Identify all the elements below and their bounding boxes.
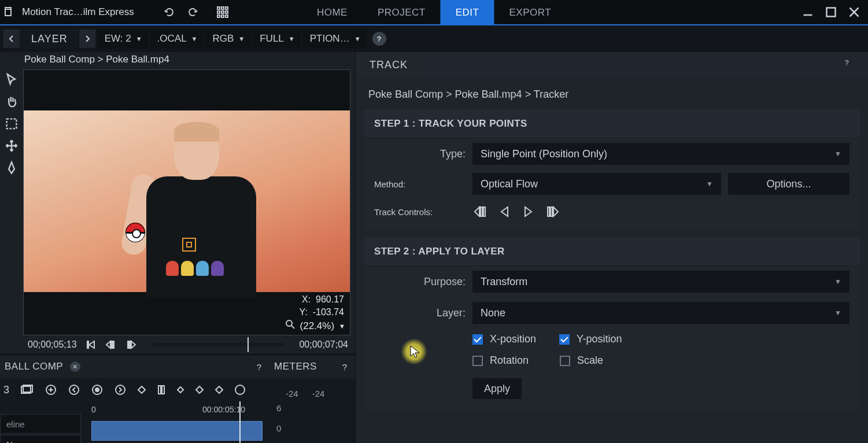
- layer-button[interactable]: LAYER: [21, 29, 78, 49]
- shirt-graphic: [166, 261, 224, 276]
- options-dropdown-label: PTION…: [310, 33, 350, 45]
- checkbox-y-position[interactable]: Y-position: [559, 333, 622, 345]
- help-icon[interactable]: ?: [372, 32, 386, 46]
- redo-icon[interactable]: [186, 6, 199, 19]
- options-dropdown[interactable]: PTION…▼: [303, 29, 367, 49]
- type-value: Single Point (Position Only): [481, 148, 607, 160]
- svg-rect-9: [226, 15, 228, 17]
- timeline-search[interactable]: eline: [0, 414, 81, 434]
- track-point-marker[interactable]: [182, 238, 196, 252]
- key-small-icon[interactable]: [177, 386, 184, 393]
- key-prev-icon[interactable]: [138, 386, 146, 394]
- svg-point-23: [95, 388, 99, 392]
- type-dropdown[interactable]: Single Point (Position Only)▼: [472, 143, 849, 165]
- comp-timeline[interactable]: 0 00:00:05:10 eline None▼: [0, 401, 266, 443]
- svg-rect-31: [551, 207, 552, 216]
- step-forward-icon[interactable]: [127, 339, 138, 350]
- svg-rect-7: [217, 15, 220, 17]
- hand-tool-icon[interactable]: [5, 95, 19, 109]
- local-dropdown[interactable]: .OCAL▼: [150, 29, 204, 49]
- track-tab[interactable]: TRACK: [356, 52, 422, 78]
- viewer-tools: [0, 69, 23, 335]
- tab-home[interactable]: HOME: [302, 0, 363, 25]
- rgb-dropdown[interactable]: RGB▼: [206, 29, 251, 49]
- rgb-dropdown-label: RGB: [213, 33, 234, 45]
- pen-tool-icon[interactable]: [5, 161, 19, 175]
- new-comp-icon[interactable]: [21, 385, 34, 395]
- timecode-current[interactable]: 00;00;05;13: [28, 339, 77, 350]
- chevron-down-icon: ▼: [191, 35, 198, 42]
- select-tool-icon[interactable]: [5, 73, 19, 87]
- svg-rect-15: [113, 341, 114, 348]
- viewer-scrubber[interactable]: [153, 343, 285, 346]
- purpose-dropdown[interactable]: Transform▼: [472, 271, 849, 293]
- zoom-value[interactable]: (22.4%): [300, 320, 335, 332]
- chevron-down-icon: ▼: [289, 35, 295, 42]
- comp-number: 3: [3, 384, 9, 396]
- layer-toolbar: LAYER EW: 2▼ .OCAL▼ RGB▼ FULL▼ PTION…▼ ?: [0, 25, 868, 52]
- move-tool-icon[interactable]: [5, 139, 19, 153]
- svg-rect-16: [128, 341, 129, 348]
- svg-point-12: [286, 320, 292, 326]
- timeline-playhead[interactable]: [239, 401, 241, 443]
- svg-point-27: [235, 385, 245, 394]
- tab-project[interactable]: PROJECT: [363, 0, 441, 25]
- step2-heading: STEP 2 : APPLY TO LAYER: [364, 238, 860, 266]
- step-back-icon[interactable]: [106, 339, 117, 350]
- ruler-tick-play: 00:00:05:10: [202, 405, 245, 414]
- viewer-canvas[interactable]: X: 960.17 Y: -103.74 (22.4%) ▼: [23, 69, 350, 335]
- track-back-all-icon[interactable]: [472, 204, 487, 219]
- options-button[interactable]: Options...: [728, 173, 849, 195]
- blend-mode-dropdown[interactable]: None▼: [0, 435, 81, 443]
- help-icon[interactable]: ?: [257, 362, 261, 372]
- record-icon[interactable]: [91, 384, 103, 396]
- method-dropdown[interactable]: Optical Flow▼: [472, 173, 721, 195]
- out-marker-icon[interactable]: [114, 384, 126, 396]
- tab-export[interactable]: EXPORT: [494, 0, 566, 25]
- view-dropdown[interactable]: EW: 2▼: [98, 29, 148, 49]
- chevron-down-icon[interactable]: ▼: [339, 323, 345, 330]
- track-breadcrumb: Poke Ball Comp > Poke Ball.mp4 > Tracker: [356, 78, 868, 110]
- close-icon[interactable]: [848, 6, 860, 18]
- checkbox-scale[interactable]: Scale: [560, 355, 603, 367]
- info-icon[interactable]: [235, 385, 245, 395]
- in-marker-icon[interactable]: [68, 384, 80, 396]
- go-start-icon[interactable]: [86, 339, 97, 350]
- nav-prev-icon[interactable]: [3, 29, 20, 48]
- track-back-icon[interactable]: [497, 204, 512, 219]
- checkbox-x-position[interactable]: X-position: [472, 333, 536, 345]
- meters-panel: METERS ? -24-24 6 0: [266, 355, 355, 443]
- nav-next-icon[interactable]: [79, 29, 95, 48]
- maximize-icon[interactable]: [825, 6, 837, 18]
- full-dropdown[interactable]: FULL▼: [253, 29, 300, 49]
- app-grid-icon[interactable]: [216, 6, 229, 19]
- track-panel: TRACK ? Poke Ball Comp > Poke Ball.mp4 >…: [355, 52, 868, 443]
- chevron-down-icon: ▼: [706, 180, 713, 188]
- marquee-tool-icon[interactable]: [5, 117, 19, 131]
- meters-label: METERS: [274, 361, 317, 372]
- zoom-search-icon[interactable]: [285, 319, 296, 333]
- close-tab-icon[interactable]: ✕: [70, 361, 80, 372]
- timecode-end: 00;00;07;04: [299, 339, 348, 350]
- pause-icon[interactable]: [157, 385, 165, 394]
- help-icon[interactable]: ?: [845, 59, 858, 72]
- layer-dropdown[interactable]: None▼: [472, 302, 849, 324]
- svg-rect-6: [226, 11, 228, 13]
- track-forward-icon[interactable]: [521, 204, 536, 219]
- help-icon[interactable]: ?: [342, 362, 347, 372]
- chevron-down-icon: ▼: [238, 35, 245, 42]
- minimize-icon[interactable]: [802, 6, 814, 18]
- apply-button[interactable]: Apply: [472, 378, 522, 399]
- key-next-icon[interactable]: [215, 386, 223, 394]
- add-circle-icon[interactable]: [45, 384, 57, 396]
- full-dropdown-label: FULL: [260, 33, 284, 45]
- checkbox-rotation[interactable]: Rotation: [472, 355, 529, 367]
- key-med-icon[interactable]: [195, 386, 204, 394]
- purpose-value: Transform: [481, 276, 527, 288]
- comp-tab[interactable]: BALL COMP✕: [5, 355, 88, 378]
- timeline-clip[interactable]: [91, 421, 263, 441]
- track-forward-all-icon[interactable]: [545, 204, 560, 219]
- tab-edit[interactable]: EDIT: [441, 0, 494, 25]
- method-label: Method:: [374, 179, 466, 189]
- undo-icon[interactable]: [163, 6, 176, 19]
